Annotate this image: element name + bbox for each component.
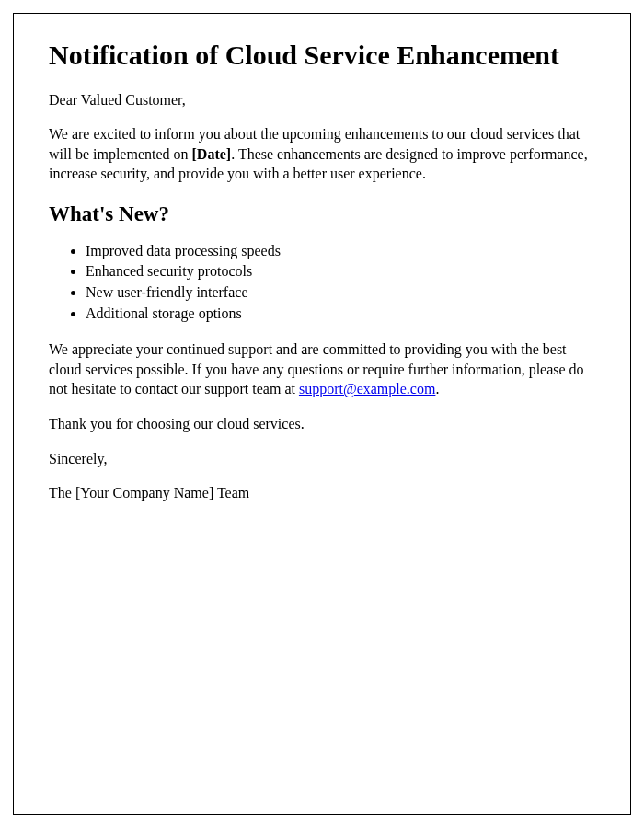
support-text-after: . bbox=[435, 381, 439, 397]
thanks-text: Thank you for choosing our cloud service… bbox=[49, 414, 595, 434]
features-list: Improved data processing speeds Enhanced… bbox=[86, 241, 595, 323]
list-item: Improved data processing speeds bbox=[86, 241, 595, 261]
greeting-text: Dear Valued Customer, bbox=[49, 90, 595, 110]
closing-text: Sincerely, bbox=[49, 449, 595, 469]
section-heading: What's New? bbox=[49, 202, 595, 226]
support-email-link[interactable]: support@example.com bbox=[299, 381, 435, 397]
list-item: New user-friendly interface bbox=[86, 282, 595, 303]
list-item: Enhanced security protocols bbox=[86, 261, 595, 282]
page-title: Notification of Cloud Service Enhancemen… bbox=[49, 40, 595, 72]
support-paragraph: We appreciate your continued support and… bbox=[49, 339, 595, 399]
intro-date-placeholder: [Date] bbox=[192, 146, 232, 162]
list-item: Additional storage options bbox=[86, 304, 595, 324]
document-page: Notification of Cloud Service Enhancemen… bbox=[13, 13, 631, 815]
intro-paragraph: We are excited to inform you about the u… bbox=[49, 124, 595, 184]
signature-text: The [Your Company Name] Team bbox=[49, 483, 595, 503]
